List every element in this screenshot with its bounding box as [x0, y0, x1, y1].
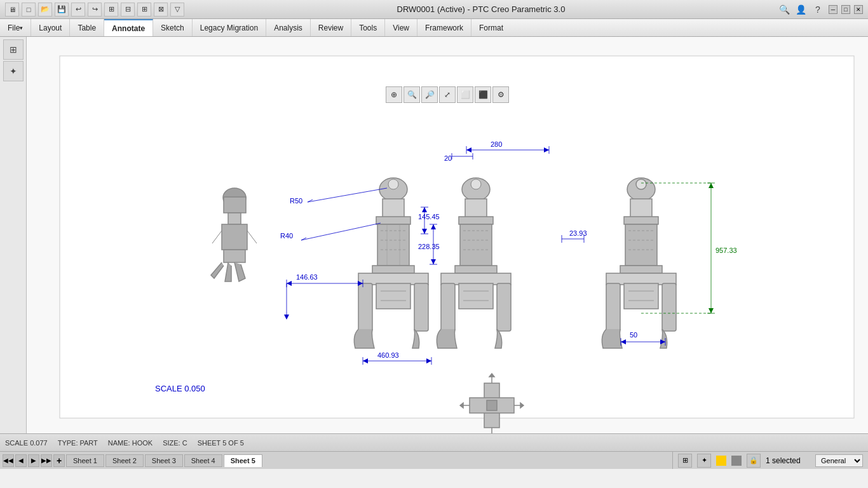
help-icon[interactable]: ? [811, 3, 825, 17]
tb5[interactable]: ▽ [170, 3, 184, 17]
zoom-rect-btn[interactable]: ⤢ [439, 86, 456, 103]
svg-rect-3 [228, 213, 241, 224]
menu-legacy[interactable]: Legacy Migration [193, 19, 266, 36]
svg-point-41 [636, 179, 646, 189]
open-btn[interactable]: 📂 [38, 3, 52, 17]
tb2[interactable]: ⊟ [121, 3, 135, 17]
tb1[interactable]: ⊞ [104, 3, 118, 17]
sheet-tab-4[interactable]: Sheet 4 [184, 454, 222, 467]
svg-rect-21 [414, 283, 428, 331]
tb3[interactable]: ⊞ [137, 3, 151, 17]
sheet-tab-3[interactable]: Sheet 3 [145, 454, 183, 467]
menu-tools[interactable]: Tools [351, 19, 385, 36]
svg-text:R40: R40 [280, 232, 293, 240]
redo-btn[interactable]: ↪ [88, 3, 102, 17]
menu-table[interactable]: Table [70, 19, 104, 36]
svg-rect-43 [624, 217, 658, 224]
zoom-in-btn[interactable]: 🔍 [403, 86, 420, 103]
menu-analysis[interactable]: Analysis [266, 19, 311, 36]
view-options-btn[interactable]: ⚙ [492, 86, 509, 103]
menu-layout[interactable]: Layout [31, 19, 70, 36]
view-toolbar: ⊕ 🔍 🔎 ⤢ ⬜ ⬛ ⚙ [386, 86, 509, 103]
menu-bar: File Layout Table Annotate Sketch Legacy… [0, 19, 868, 37]
view-sel-btn[interactable]: ⬛ [475, 86, 491, 103]
bottom-bar: ◀◀ ◀ ▶ ▶▶ + Sheet 1 Sheet 2 Sheet 3 Shee… [0, 451, 868, 469]
svg-rect-2 [224, 197, 246, 213]
svg-text:50: 50 [630, 331, 637, 339]
menu-framework[interactable]: Framework [417, 19, 471, 36]
svg-rect-4 [222, 224, 247, 250]
sheet-prev-btn[interactable]: ◀ [15, 454, 27, 467]
undo-btn[interactable]: ↩ [71, 3, 85, 17]
svg-point-26 [471, 179, 481, 189]
sheet-add-btn[interactable]: + [53, 454, 65, 467]
svg-rect-48 [620, 266, 662, 273]
svg-rect-52 [624, 283, 658, 309]
svg-rect-10 [383, 199, 404, 218]
mode-select[interactable]: General Annotate Detail [815, 454, 863, 467]
svg-rect-36 [497, 283, 511, 331]
svg-text:957.33: 957.33 [715, 247, 737, 254]
zoom-fit-btn[interactable]: ⊕ [386, 86, 402, 103]
status-type: TYPE: PART [58, 439, 98, 447]
svg-rect-35 [441, 283, 455, 331]
status-icon-2[interactable]: ✦ [697, 454, 711, 468]
main-area: ⊞ ✦ ⊕ 🔍 🔎 ⤢ ⬜ ⬛ ⚙ [0, 37, 868, 433]
svg-rect-37 [459, 283, 493, 309]
sheet-tab-5[interactable]: Sheet 5 [224, 454, 262, 467]
maximize-btn[interactable]: □ [841, 5, 850, 14]
menu-sketch[interactable]: Sketch [153, 19, 193, 36]
menu-format[interactable]: Format [471, 19, 511, 36]
window-title: DRW0001 (Active) - PTC Creo Parametric 3… [397, 4, 566, 14]
status-flag-yellow [716, 456, 726, 466]
close-btn[interactable]: ✕ [854, 5, 863, 14]
svg-text:20: 20 [444, 154, 452, 162]
svg-text:145.45: 145.45 [418, 213, 440, 220]
left-panel: ⊞ ✦ [0, 37, 27, 433]
status-sheet: SHEET 5 OF 5 [198, 439, 244, 447]
menu-review[interactable]: Review [311, 19, 351, 36]
side-btn-1[interactable]: ⊞ [3, 39, 24, 60]
user-icon[interactable]: 👤 [794, 3, 808, 17]
svg-text:280: 280 [491, 140, 502, 148]
svg-rect-27 [465, 199, 487, 218]
svg-rect-57 [487, 400, 497, 410]
minimize-btn[interactable]: ─ [829, 5, 837, 14]
sheet-tab-1[interactable]: Sheet 1 [66, 454, 104, 467]
menu-view[interactable]: View [385, 19, 417, 36]
svg-rect-0 [60, 56, 854, 418]
title-right: 🔍 👤 ? ─ □ ✕ [778, 3, 863, 17]
menu-annotate[interactable]: Annotate [104, 19, 153, 36]
svg-rect-7 [224, 250, 245, 262]
sheet-tabs: ◀◀ ◀ ▶ ▶▶ + Sheet 1 Sheet 2 Sheet 3 Shee… [0, 452, 672, 469]
sheet-first-btn[interactable]: ◀◀ [3, 454, 14, 467]
sheet-last-btn[interactable]: ▶▶ [41, 454, 52, 467]
svg-text:R50: R50 [290, 197, 302, 205]
save-btn[interactable]: 💾 [55, 3, 69, 17]
side-btn-2[interactable]: ✦ [3, 61, 24, 81]
svg-rect-51 [662, 283, 676, 331]
status-icon-1[interactable]: ⊞ [678, 454, 692, 468]
svg-rect-28 [459, 217, 493, 224]
status-lock-icon[interactable]: 🔒 [747, 454, 761, 468]
sheet-next-btn[interactable]: ▶ [28, 454, 39, 467]
status-size: SIZE: C [163, 439, 187, 447]
svg-rect-11 [376, 217, 410, 224]
svg-text:228.35: 228.35 [418, 243, 440, 250]
svg-rect-42 [630, 199, 652, 218]
bottom-right: ⊞ ✦ 🔒 1 selected General Annotate Detail [672, 452, 868, 469]
svg-point-9 [388, 179, 398, 189]
new-btn[interactable]: □ [22, 3, 36, 17]
svg-rect-18 [372, 266, 414, 273]
selected-count: 1 selected [766, 456, 810, 465]
help-search-icon[interactable]: 🔍 [778, 3, 792, 17]
svg-rect-20 [358, 283, 372, 331]
tb4[interactable]: ⊠ [154, 3, 168, 17]
sheet-tab-2[interactable]: Sheet 2 [105, 454, 144, 467]
menu-file[interactable]: File [0, 19, 31, 36]
view-sheet-btn[interactable]: ⬜ [457, 86, 473, 103]
drawing-canvas[interactable]: ⊕ 🔍 🔎 ⤢ ⬜ ⬛ ⚙ [27, 37, 868, 433]
app-icon[interactable]: 🖥 [5, 3, 19, 17]
status-flag-gray [731, 456, 742, 466]
zoom-out-btn[interactable]: 🔎 [421, 86, 438, 103]
